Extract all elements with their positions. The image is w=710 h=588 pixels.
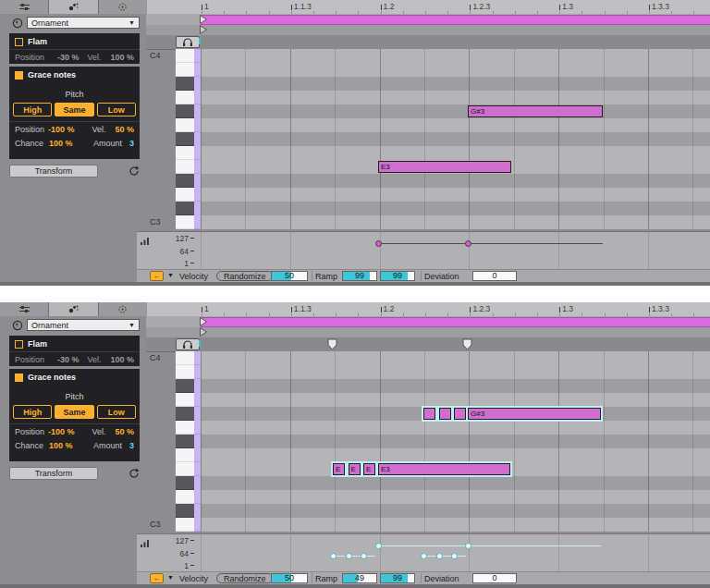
lane-chooser-icon[interactable] bbox=[141, 237, 150, 245]
lane-caret-icon[interactable]: ▼ bbox=[167, 574, 174, 581]
piano-key[interactable] bbox=[176, 518, 201, 532]
note-grid[interactable]: EEEE3G#3 bbox=[201, 351, 710, 532]
piano-key[interactable] bbox=[176, 393, 201, 407]
pitch-same-button[interactable]: Same bbox=[55, 405, 93, 419]
clip-start-marker-icon[interactable] bbox=[200, 25, 207, 34]
reapply-icon[interactable] bbox=[128, 165, 141, 178]
flam-checkbox[interactable] bbox=[15, 38, 23, 46]
grace-chance-value[interactable]: 100 % bbox=[49, 139, 73, 148]
pitch-low-button[interactable]: Low bbox=[97, 405, 136, 419]
loop-start-marker-icon[interactable] bbox=[200, 317, 207, 326]
flam-position-value[interactable]: -30 % bbox=[57, 53, 80, 62]
randomize-amount-field[interactable]: 50 bbox=[271, 271, 308, 281]
randomize-button[interactable]: Randomize bbox=[216, 271, 274, 281]
piano-key[interactable] bbox=[176, 435, 194, 448]
lane-caret-icon[interactable]: ▼ bbox=[167, 272, 174, 278]
grace-note[interactable]: E bbox=[349, 463, 361, 475]
pitch-high-button[interactable]: High bbox=[13, 103, 52, 116]
loop-start-marker-icon[interactable] bbox=[200, 15, 207, 24]
beat-time-ruler[interactable]: 11.1.31.21.2.31.31.3.3 bbox=[146, 302, 710, 316]
grace-amount-value[interactable]: 3 bbox=[129, 441, 134, 450]
piano-key[interactable] bbox=[176, 476, 194, 490]
flam-vel-value[interactable]: 100 % bbox=[110, 355, 134, 364]
velocity-marker[interactable] bbox=[465, 543, 471, 549]
grace-vel-value[interactable]: 50 % bbox=[115, 427, 134, 436]
piano-key[interactable] bbox=[176, 202, 194, 215]
piano-key[interactable] bbox=[176, 448, 201, 462]
randomize-button[interactable]: Randomize bbox=[216, 573, 274, 583]
piano-key[interactable] bbox=[176, 77, 194, 91]
piano-key[interactable] bbox=[176, 118, 201, 132]
preset-dropdown[interactable]: Ornament ▼ bbox=[27, 319, 140, 331]
grace-checkbox[interactable] bbox=[15, 71, 23, 80]
grace-checkbox[interactable] bbox=[15, 374, 23, 382]
velocity-marker[interactable] bbox=[465, 240, 471, 247]
piano-key[interactable] bbox=[176, 49, 201, 63]
preview-headphone-button[interactable] bbox=[176, 36, 200, 48]
piano-key[interactable] bbox=[176, 365, 201, 379]
pitch-low-button[interactable]: Low bbox=[97, 103, 136, 116]
piano-key[interactable] bbox=[176, 351, 201, 365]
preset-sync-icon[interactable] bbox=[12, 320, 23, 331]
tab-expression[interactable] bbox=[0, 0, 49, 14]
transform-button[interactable]: Transform bbox=[9, 467, 98, 480]
flam-checkbox[interactable] bbox=[15, 340, 23, 349]
piano-key[interactable] bbox=[176, 215, 201, 229]
piano-key[interactable] bbox=[176, 174, 194, 188]
note-anchor-marker-icon[interactable] bbox=[327, 338, 337, 350]
transform-button[interactable]: Transform bbox=[9, 165, 98, 178]
tab-transform[interactable] bbox=[49, 0, 98, 14]
piano-key[interactable] bbox=[176, 379, 194, 393]
note-anchor-marker-icon[interactable] bbox=[462, 338, 472, 350]
tab-generate[interactable] bbox=[99, 0, 148, 14]
lane-chooser-icon[interactable] bbox=[141, 539, 150, 547]
preset-sync-icon[interactable] bbox=[12, 18, 23, 29]
midi-note[interactable]: G#3 bbox=[468, 105, 603, 117]
velocity-marker[interactable] bbox=[451, 553, 458, 559]
piano-key[interactable] bbox=[176, 132, 194, 146]
clip-start-marker-icon[interactable] bbox=[200, 327, 207, 337]
piano-key[interactable] bbox=[176, 504, 194, 518]
grace-chance-value[interactable]: 100 % bbox=[49, 441, 73, 450]
midi-note[interactable]: E3 bbox=[378, 161, 511, 173]
velocity-lane[interactable]: 127641 bbox=[137, 533, 710, 572]
piano-key[interactable] bbox=[176, 63, 201, 77]
grace-note[interactable]: E bbox=[363, 463, 375, 475]
ramp-end-field[interactable]: 99 bbox=[380, 573, 415, 583]
piano-keyboard[interactable] bbox=[176, 49, 202, 229]
deviation-field[interactable]: 0 bbox=[472, 271, 517, 281]
tab-expression[interactable] bbox=[0, 302, 49, 316]
grace-note[interactable]: E bbox=[333, 463, 345, 475]
ramp-start-field[interactable]: 49 bbox=[342, 573, 377, 583]
midi-note[interactable]: E3 bbox=[378, 463, 510, 475]
piano-key[interactable] bbox=[176, 407, 194, 421]
tab-transform[interactable] bbox=[49, 302, 98, 316]
grace-amount-value[interactable]: 3 bbox=[129, 139, 134, 148]
velocity-marker[interactable] bbox=[375, 240, 382, 247]
reapply-icon[interactable] bbox=[128, 467, 141, 480]
grace-note[interactable] bbox=[423, 408, 435, 420]
deviation-field[interactable]: 0 bbox=[472, 573, 517, 583]
grace-position-value[interactable]: -100 % bbox=[48, 125, 75, 134]
velocity-marker[interactable] bbox=[421, 553, 427, 559]
piano-key[interactable] bbox=[176, 146, 201, 160]
flam-position-value[interactable]: -30 % bbox=[57, 355, 80, 364]
ramp-start-field[interactable]: 99 bbox=[342, 271, 377, 281]
preview-headphone-button[interactable] bbox=[176, 338, 200, 350]
scrub-area[interactable] bbox=[146, 35, 710, 50]
velocity-marker[interactable] bbox=[346, 553, 352, 559]
pitch-high-button[interactable]: High bbox=[13, 405, 52, 419]
preset-dropdown[interactable]: Ornament ▼ bbox=[27, 17, 140, 29]
grace-position-value[interactable]: -100 % bbox=[48, 427, 75, 436]
velocity-marker[interactable] bbox=[330, 553, 337, 559]
loop-bar[interactable] bbox=[201, 15, 710, 25]
piano-key[interactable] bbox=[176, 91, 201, 104]
piano-key[interactable] bbox=[176, 160, 201, 174]
piano-key[interactable] bbox=[176, 421, 201, 435]
velocity-marker[interactable] bbox=[361, 553, 367, 559]
piano-key[interactable] bbox=[176, 104, 194, 118]
beat-time-ruler[interactable]: 11.1.31.21.2.31.31.3.3 bbox=[146, 0, 710, 14]
midi-note[interactable]: G#3 bbox=[468, 408, 601, 420]
ramp-end-field[interactable]: 99 bbox=[380, 271, 415, 281]
grace-note[interactable] bbox=[454, 408, 466, 420]
